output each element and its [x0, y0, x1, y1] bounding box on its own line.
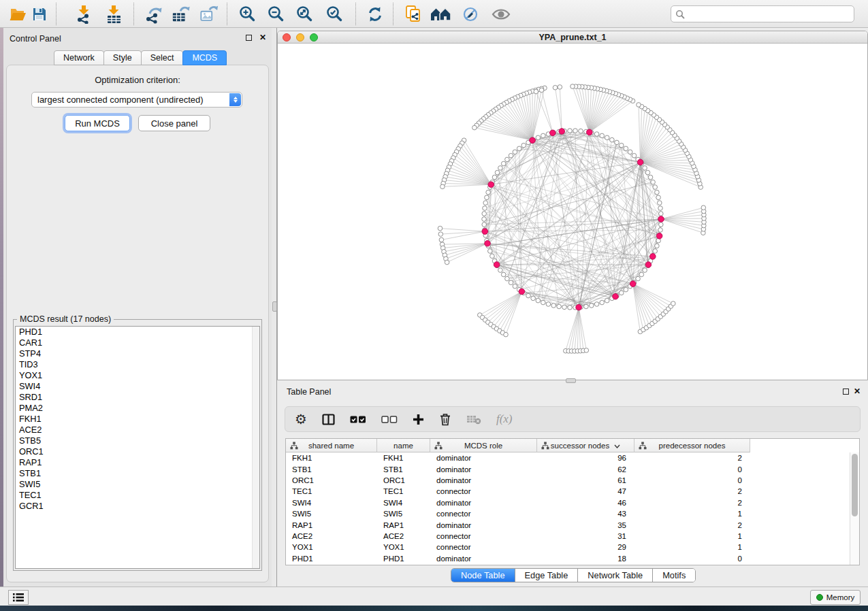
memory-button[interactable]: Memory [810, 590, 861, 605]
zoom-out-icon[interactable] [266, 5, 285, 24]
graph-node[interactable] [486, 190, 491, 195]
graph-node[interactable] [584, 348, 589, 353]
graph-node[interactable] [541, 300, 546, 305]
graph-node[interactable] [620, 291, 624, 295]
graph-node[interactable] [651, 180, 656, 184]
cell-shared-name[interactable]: SWI5 [286, 510, 377, 518]
graph-node[interactable] [671, 301, 676, 306]
cell-shared-name[interactable]: STB1 [286, 465, 377, 474]
graph-hub-node[interactable] [559, 129, 565, 135]
save-session-icon[interactable] [30, 5, 49, 24]
graph-node[interactable] [483, 201, 488, 205]
function-builder-icon[interactable]: f(x) [496, 412, 513, 426]
tab-network-table[interactable]: Network Table [578, 569, 653, 582]
tab-motifs[interactable]: Motifs [653, 569, 695, 582]
mcds-result-item[interactable]: SRD1 [16, 392, 259, 403]
graph-node[interactable] [594, 132, 599, 137]
graph-node[interactable] [579, 129, 583, 133]
cell-successor-nodes[interactable]: 18 [537, 555, 634, 563]
mcds-result-item[interactable]: YOX1 [16, 370, 259, 381]
cell-predecessor-nodes[interactable]: 2 [634, 521, 750, 529]
graph-hub-node[interactable] [658, 216, 664, 222]
graph-node[interactable] [615, 140, 620, 145]
graph-node[interactable] [701, 205, 706, 210]
open-session-icon[interactable] [8, 5, 27, 24]
import-network-icon[interactable] [75, 5, 94, 24]
cell-name[interactable]: STB1 [377, 465, 430, 474]
mcds-result-item[interactable]: FKH1 [16, 414, 259, 425]
cell-mcds-role[interactable]: dominator [430, 476, 537, 484]
graph-node[interactable] [505, 157, 510, 162]
table-row[interactable]: RAP1RAP1dominator352 [286, 519, 850, 530]
show-graphics-details-icon[interactable] [492, 5, 511, 24]
show-columns-icon[interactable] [322, 414, 335, 425]
cell-shared-name[interactable]: PHD1 [286, 555, 377, 563]
cell-predecessor-nodes[interactable]: 2 [634, 499, 750, 507]
graph-node[interactable] [536, 298, 541, 303]
cell-mcds-role[interactable]: connector [430, 487, 537, 495]
select-all-columns-icon[interactable] [350, 415, 366, 424]
graph-hub-node[interactable] [488, 182, 494, 188]
export-image-icon[interactable] [199, 5, 219, 24]
table-row[interactable]: ORC1ORC1dominator610 [286, 475, 850, 486]
graph-node[interactable] [482, 217, 487, 222]
graph-hub-node[interactable] [530, 137, 536, 144]
graph-node[interactable] [558, 85, 562, 90]
graph-node[interactable] [501, 161, 506, 166]
cell-predecessor-nodes[interactable]: 1 [634, 543, 750, 551]
mcds-list-scrollbar[interactable] [252, 327, 259, 568]
mcds-result-item[interactable]: CAR1 [16, 337, 259, 348]
cell-successor-nodes[interactable]: 46 [537, 499, 634, 507]
graph-node[interactable] [659, 212, 664, 216]
run-mcds-button[interactable]: Run MCDS [65, 115, 130, 131]
mcds-result-item[interactable]: STB1 [16, 468, 259, 479]
cell-predecessor-nodes[interactable]: 0 [634, 555, 750, 563]
graph-node[interactable] [488, 249, 493, 254]
column-header-successor-nodes[interactable]: successor nodes [537, 439, 634, 452]
graph-hub-node[interactable] [550, 130, 556, 136]
table-settings-icon[interactable]: ⚙ [295, 412, 307, 426]
graph-node[interactable] [534, 89, 539, 94]
graph-node[interactable] [624, 146, 628, 151]
graph-hub-node[interactable] [587, 129, 593, 135]
graph-node[interactable] [509, 153, 513, 158]
export-table-icon[interactable] [172, 5, 191, 24]
graph-node[interactable] [541, 133, 546, 138]
column-header-predecessor-nodes[interactable]: predecessor nodes [634, 439, 750, 452]
graph-node[interactable] [624, 287, 628, 292]
graph-node[interactable] [504, 332, 509, 337]
table-row[interactable]: FKH1FKH1dominator962 [286, 452, 850, 463]
graph-node[interactable] [632, 153, 637, 158]
cell-successor-nodes[interactable]: 62 [537, 465, 634, 474]
graph-node[interactable] [648, 175, 653, 180]
cell-mcds-role[interactable]: dominator [430, 555, 537, 563]
refresh-layout-icon[interactable] [366, 5, 385, 24]
graph-node[interactable] [643, 166, 647, 171]
network-manager-icon[interactable] [430, 5, 453, 24]
graph-node[interactable] [539, 88, 544, 93]
mcds-result-item[interactable]: TEC1 [16, 490, 259, 501]
graph-node[interactable] [438, 232, 443, 237]
graph-hub-node[interactable] [656, 233, 662, 240]
graph-hub-node[interactable] [650, 254, 656, 260]
column-header-mcds-role[interactable]: MCDS role [430, 439, 537, 452]
graph-node[interactable] [501, 272, 506, 277]
table-row[interactable]: TEC1TEC1connector472 [286, 486, 850, 497]
tab-mcds[interactable]: MCDS [182, 50, 227, 65]
graph-node[interactable] [645, 170, 650, 175]
graph-node[interactable] [551, 303, 556, 308]
mcds-result-item[interactable]: SWI4 [16, 381, 259, 392]
graph-node[interactable] [643, 268, 647, 273]
mcds-result-item[interactable]: PHD1 [16, 327, 259, 337]
zoom-fit-icon[interactable] [295, 5, 314, 24]
table-row[interactable]: YOX1YOX1connector291 [286, 542, 850, 552]
delete-column-icon[interactable] [439, 413, 451, 426]
zoom-in-icon[interactable] [238, 5, 257, 24]
zoom-selected-icon[interactable] [325, 5, 344, 24]
tab-network[interactable]: Network [54, 50, 104, 65]
cell-successor-nodes[interactable]: 43 [537, 510, 634, 518]
cell-successor-nodes[interactable]: 29 [537, 543, 634, 551]
horizontal-splitter-grip[interactable] [566, 378, 576, 383]
graph-node[interactable] [655, 190, 660, 195]
graph-node[interactable] [483, 206, 487, 211]
